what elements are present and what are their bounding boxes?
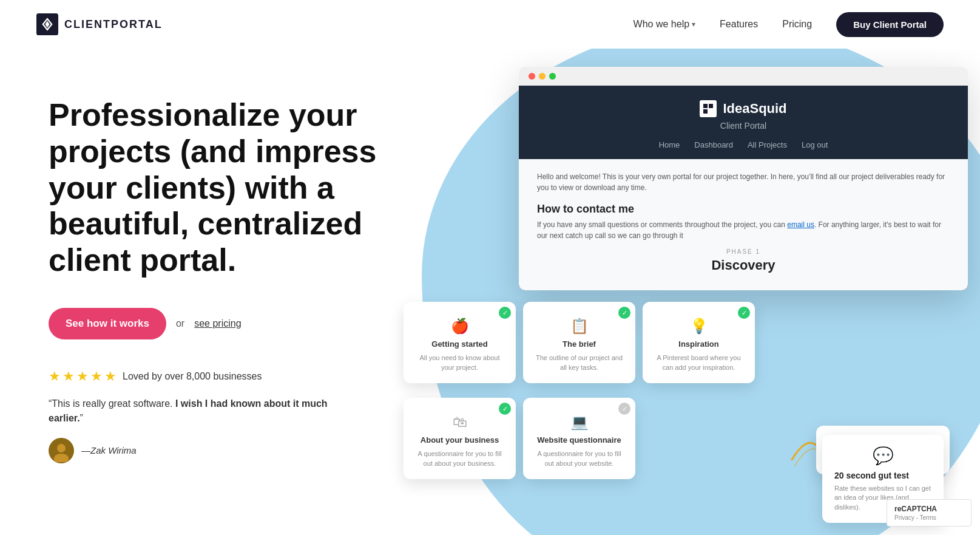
card-icon-business: 🛍 <box>453 414 467 431</box>
avatar <box>49 438 74 463</box>
card-title-business: About your business <box>421 435 499 445</box>
portal-brand-icon <box>700 100 717 117</box>
star-3: ★ <box>76 369 89 384</box>
star-2: ★ <box>63 369 75 384</box>
hero-section: Professionalize your projects (and impre… <box>0 49 980 535</box>
nav-links: Who we help ▾ Features Pricing Buy Clien… <box>634 12 944 37</box>
svg-point-2 <box>57 444 66 452</box>
card-title-inspiration: Inspiration <box>678 339 718 349</box>
browser-mockup: IdeaSquid Client Portal Home Dashboard A… <box>519 67 968 290</box>
hero-left: Professionalize your projects (and impre… <box>0 49 413 535</box>
testimonial-author: —Zak Wirima <box>49 438 413 463</box>
portal-subtitle: Client Portal <box>720 121 766 131</box>
testimonial-quote: “This is really great software. I wish I… <box>49 397 340 426</box>
recaptcha-title: reCAPTCHA <box>894 505 964 513</box>
card-desc-getting-started: All you need to know about your project. <box>413 353 506 372</box>
check-icon-getting-started: ✓ <box>499 307 511 319</box>
svg-rect-5 <box>709 104 713 108</box>
logo-text: CLIENTPORTAL <box>64 18 163 31</box>
phase-row-1: ✓ 🍎 Getting started All you need to know… <box>404 302 755 383</box>
browser-toolbar <box>519 67 968 86</box>
recaptcha-links: Privacy - Terms <box>894 514 964 521</box>
portal-header: IdeaSquid Client Portal Home Dashboard A… <box>519 86 968 159</box>
phase-card-getting-started: ✓ 🍎 Getting started All you need to know… <box>404 302 516 383</box>
card-desc-brief: The outline of our project and all key t… <box>533 353 626 372</box>
recaptcha-badge: reCAPTCHA Privacy - Terms <box>887 499 972 526</box>
star-1: ★ <box>49 369 61 384</box>
logo-icon <box>36 13 58 35</box>
phase-row-2: ✓ 🛍 About your business A questionnaire … <box>404 398 755 479</box>
svg-rect-4 <box>703 104 708 108</box>
browser-dot-red <box>529 73 535 80</box>
portal-brand: IdeaSquid <box>700 100 786 117</box>
portal-welcome-text: Hello and welcome! This is your very own… <box>537 171 950 193</box>
avatar-image <box>50 439 73 462</box>
logo[interactable]: CLIENTPORTAL <box>36 13 163 35</box>
card-icon-getting-started: 🍎 <box>451 318 469 335</box>
chevron-down-icon: ▾ <box>692 20 695 29</box>
browser-dot-green <box>549 73 556 80</box>
check-icon-business: ✓ <box>499 403 511 415</box>
card-desc-website: A questionnaire for you to fill out abou… <box>533 449 626 468</box>
stars-row: ★ ★ ★ ★ ★ Loved by over 8,000 businesses <box>49 369 413 384</box>
browser-content: IdeaSquid Client Portal Home Dashboard A… <box>519 86 968 290</box>
portal-contact-title: How to contact me <box>537 203 950 216</box>
portal-nav-logout[interactable]: Log out <box>802 140 828 149</box>
gut-test-icon: 💬 <box>834 446 931 466</box>
card-title-getting-started: Getting started <box>431 339 487 349</box>
portal-nav-home[interactable]: Home <box>659 140 680 149</box>
loved-text: Loved by over 8,000 businesses <box>123 371 262 382</box>
discovery-title: Discovery <box>537 257 950 273</box>
see-how-button[interactable]: See how it works <box>49 308 166 339</box>
star-5: ★ <box>104 369 117 384</box>
portal-nav: Home Dashboard All Projects Log out <box>659 140 828 149</box>
portal-contact-text: If you have any small questions or comme… <box>537 219 950 241</box>
portal-body: Hello and welcome! This is your very own… <box>519 159 968 290</box>
see-pricing-link[interactable]: see pricing <box>194 318 241 329</box>
hero-right: IdeaSquid Client Portal Home Dashboard A… <box>373 49 980 535</box>
check-icon-brief: ✓ <box>618 307 630 319</box>
check-icon-inspiration: ✓ <box>738 307 750 319</box>
hero-headline: Professionalize your projects (and impre… <box>49 97 388 279</box>
navbar: CLIENTPORTAL Who we help ▾ Features Pric… <box>0 0 980 49</box>
discovery-phase-label: PHASE 1 <box>537 248 950 255</box>
nav-who-we-help[interactable]: Who we help ▾ <box>634 19 696 30</box>
card-title-website: Website questionnaire <box>537 435 621 445</box>
cta-row: See how it works or see pricing <box>49 308 413 339</box>
check-icon-website: ✓ <box>618 403 630 415</box>
card-icon-inspiration: 💡 <box>690 318 708 335</box>
portal-nav-projects[interactable]: All Projects <box>748 140 787 149</box>
card-desc-inspiration: A Pinterest board where you can add your… <box>652 353 745 372</box>
browser-dot-yellow <box>539 73 546 80</box>
gut-test-title: 20 second gut test <box>834 471 931 480</box>
phase-card-business: ✓ 🛍 About your business A questionnaire … <box>404 398 516 479</box>
portal-nav-dashboard[interactable]: Dashboard <box>694 140 733 149</box>
author-name: —Zak Wirima <box>81 445 137 455</box>
phase-card-brief: ✓ 📋 The brief The outline of our project… <box>523 302 635 383</box>
buy-button[interactable]: Buy Client Portal <box>836 12 944 37</box>
nav-pricing[interactable]: Pricing <box>782 19 812 30</box>
card-desc-business: A questionnaire for you to fill out abou… <box>413 449 506 468</box>
svg-rect-6 <box>703 109 708 114</box>
phase-cards-area: ✓ 🍎 Getting started All you need to know… <box>404 302 755 486</box>
star-4: ★ <box>90 369 103 384</box>
cta-or-text: or <box>176 318 184 329</box>
nav-features[interactable]: Features <box>720 19 758 30</box>
card-title-brief: The brief <box>563 339 596 349</box>
card-icon-brief: 📋 <box>570 318 589 335</box>
phase-card-inspiration: ✓ 💡 Inspiration A Pinterest board where … <box>643 302 755 383</box>
star-rating: ★ ★ ★ ★ ★ <box>49 369 117 384</box>
card-icon-website: 💻 <box>570 414 589 431</box>
phase-card-website: ✓ 💻 Website questionnaire A questionnair… <box>523 398 635 479</box>
